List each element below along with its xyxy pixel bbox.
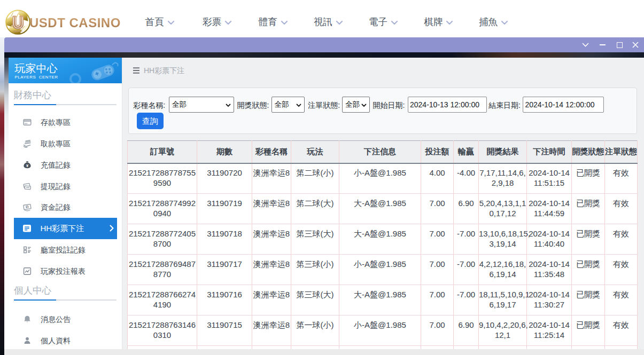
svg-text:casino: casino [13,29,23,33]
